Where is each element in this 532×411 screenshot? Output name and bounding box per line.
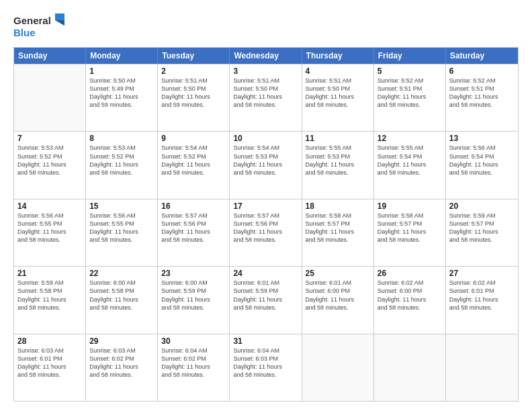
- day-19: 19Sunrise: 5:58 AM Sunset: 5:57 PM Dayli…: [374, 199, 446, 266]
- day-6: 6Sunrise: 5:52 AM Sunset: 5:51 PM Daylig…: [446, 64, 518, 131]
- day-3: 3Sunrise: 5:51 AM Sunset: 5:50 PM Daylig…: [230, 64, 302, 131]
- day-info: Sunrise: 5:52 AM Sunset: 5:51 PM Dayligh…: [449, 77, 515, 109]
- day-number: 3: [233, 66, 298, 76]
- day-number: 8: [89, 134, 154, 143]
- page-header: General Blue: [13, 12, 519, 40]
- day-info: Sunrise: 5:55 AM Sunset: 5:54 PM Dayligh…: [378, 144, 442, 177]
- calendar-row-3: 14Sunrise: 5:56 AM Sunset: 5:55 PM Dayli…: [14, 199, 518, 266]
- day-10: 10Sunrise: 5:54 AM Sunset: 5:53 PM Dayli…: [230, 132, 302, 198]
- header-monday: Monday: [86, 48, 158, 64]
- day-16: 16Sunrise: 5:57 AM Sunset: 5:56 PM Dayli…: [158, 199, 230, 266]
- svg-text:General: General: [13, 15, 51, 26]
- calendar-row-5: 28Sunrise: 6:03 AM Sunset: 6:01 PM Dayli…: [14, 334, 518, 401]
- day-info: Sunrise: 5:51 AM Sunset: 5:50 PM Dayligh…: [306, 77, 370, 109]
- day-number: 1: [89, 66, 154, 76]
- day-12: 12Sunrise: 5:55 AM Sunset: 5:54 PM Dayli…: [374, 132, 446, 198]
- day-15: 15Sunrise: 5:56 AM Sunset: 5:55 PM Dayli…: [86, 199, 158, 266]
- header-saturday: Saturday: [446, 48, 518, 64]
- day-number: 7: [17, 134, 82, 143]
- day-number: 10: [233, 134, 298, 143]
- day-number: 28: [17, 336, 82, 346]
- day-number: 17: [233, 201, 298, 211]
- day-number: 31: [233, 336, 298, 346]
- empty-cell-4-5: [374, 334, 446, 401]
- day-info: Sunrise: 5:59 AM Sunset: 5:57 PM Dayligh…: [449, 212, 515, 244]
- day-info: Sunrise: 5:51 AM Sunset: 5:50 PM Dayligh…: [161, 77, 226, 109]
- day-17: 17Sunrise: 5:57 AM Sunset: 5:56 PM Dayli…: [230, 199, 302, 266]
- day-14: 14Sunrise: 5:56 AM Sunset: 5:55 PM Dayli…: [14, 199, 86, 266]
- header-thursday: Thursday: [302, 48, 374, 64]
- day-number: 27: [449, 269, 515, 278]
- day-7: 7Sunrise: 5:53 AM Sunset: 5:52 PM Daylig…: [14, 132, 86, 198]
- day-info: Sunrise: 6:02 AM Sunset: 6:00 PM Dayligh…: [378, 279, 442, 312]
- empty-cell-4-6: [446, 334, 518, 401]
- day-info: Sunrise: 5:53 AM Sunset: 5:52 PM Dayligh…: [17, 144, 82, 177]
- day-info: Sunrise: 5:57 AM Sunset: 5:56 PM Dayligh…: [233, 212, 298, 244]
- day-22: 22Sunrise: 6:00 AM Sunset: 5:58 PM Dayli…: [86, 267, 158, 333]
- day-info: Sunrise: 5:50 AM Sunset: 5:49 PM Dayligh…: [89, 77, 154, 109]
- day-info: Sunrise: 6:00 AM Sunset: 5:59 PM Dayligh…: [161, 279, 226, 312]
- calendar-row-4: 21Sunrise: 5:59 AM Sunset: 5:58 PM Dayli…: [14, 266, 518, 333]
- header-friday: Friday: [374, 48, 446, 64]
- day-info: Sunrise: 5:56 AM Sunset: 5:55 PM Dayligh…: [17, 212, 82, 244]
- day-info: Sunrise: 5:58 AM Sunset: 5:57 PM Dayligh…: [306, 212, 370, 244]
- svg-text:Blue: Blue: [13, 27, 36, 38]
- day-info: Sunrise: 6:03 AM Sunset: 6:01 PM Dayligh…: [17, 347, 82, 379]
- empty-cell-4-4: [302, 334, 374, 401]
- day-9: 9Sunrise: 5:54 AM Sunset: 5:52 PM Daylig…: [158, 132, 230, 198]
- day-info: Sunrise: 6:04 AM Sunset: 6:03 PM Dayligh…: [233, 347, 298, 379]
- day-31: 31Sunrise: 6:04 AM Sunset: 6:03 PM Dayli…: [230, 334, 302, 401]
- logo-svg: General Blue: [13, 12, 67, 40]
- day-info: Sunrise: 5:54 AM Sunset: 5:53 PM Dayligh…: [233, 144, 298, 177]
- day-2: 2Sunrise: 5:51 AM Sunset: 5:50 PM Daylig…: [158, 64, 230, 131]
- empty-cell-0-0: [14, 64, 86, 131]
- calendar-row-2: 7Sunrise: 5:53 AM Sunset: 5:52 PM Daylig…: [14, 131, 518, 198]
- day-25: 25Sunrise: 6:01 AM Sunset: 6:00 PM Dayli…: [302, 267, 374, 333]
- header-tuesday: Tuesday: [158, 48, 230, 64]
- day-number: 21: [17, 269, 82, 278]
- day-info: Sunrise: 5:59 AM Sunset: 5:58 PM Dayligh…: [17, 279, 82, 312]
- day-number: 14: [17, 201, 82, 211]
- day-28: 28Sunrise: 6:03 AM Sunset: 6:01 PM Dayli…: [14, 334, 86, 401]
- day-13: 13Sunrise: 5:56 AM Sunset: 5:54 PM Dayli…: [446, 132, 518, 198]
- day-1: 1Sunrise: 5:50 AM Sunset: 5:49 PM Daylig…: [86, 64, 158, 131]
- day-number: 22: [89, 269, 154, 278]
- day-30: 30Sunrise: 6:04 AM Sunset: 6:02 PM Dayli…: [158, 334, 230, 401]
- day-number: 20: [449, 201, 515, 211]
- day-number: 30: [161, 336, 226, 346]
- day-info: Sunrise: 5:58 AM Sunset: 5:57 PM Dayligh…: [378, 212, 442, 244]
- day-number: 25: [306, 269, 370, 278]
- header-sunday: Sunday: [14, 48, 86, 64]
- day-number: 23: [161, 269, 226, 278]
- day-info: Sunrise: 5:57 AM Sunset: 5:56 PM Dayligh…: [161, 212, 226, 244]
- day-number: 11: [306, 134, 370, 143]
- day-11: 11Sunrise: 5:55 AM Sunset: 5:53 PM Dayli…: [302, 132, 374, 198]
- day-number: 18: [306, 201, 370, 211]
- day-info: Sunrise: 6:01 AM Sunset: 5:59 PM Dayligh…: [233, 279, 298, 312]
- calendar-row-1: 1Sunrise: 5:50 AM Sunset: 5:49 PM Daylig…: [14, 64, 518, 131]
- day-number: 19: [378, 201, 442, 211]
- day-number: 12: [378, 134, 442, 143]
- day-27: 27Sunrise: 6:02 AM Sunset: 6:01 PM Dayli…: [446, 267, 518, 333]
- day-24: 24Sunrise: 6:01 AM Sunset: 5:59 PM Dayli…: [230, 267, 302, 333]
- day-26: 26Sunrise: 6:02 AM Sunset: 6:00 PM Dayli…: [374, 267, 446, 333]
- day-number: 9: [161, 134, 226, 143]
- day-number: 15: [89, 201, 154, 211]
- day-info: Sunrise: 6:03 AM Sunset: 6:02 PM Dayligh…: [89, 347, 154, 379]
- day-number: 6: [449, 66, 515, 76]
- day-5: 5Sunrise: 5:52 AM Sunset: 5:51 PM Daylig…: [374, 64, 446, 131]
- calendar-header-row: SundayMondayTuesdayWednesdayThursdayFrid…: [14, 48, 518, 64]
- day-20: 20Sunrise: 5:59 AM Sunset: 5:57 PM Dayli…: [446, 199, 518, 266]
- day-29: 29Sunrise: 6:03 AM Sunset: 6:02 PM Dayli…: [86, 334, 158, 401]
- day-info: Sunrise: 5:53 AM Sunset: 5:52 PM Dayligh…: [89, 144, 154, 177]
- day-18: 18Sunrise: 5:58 AM Sunset: 5:57 PM Dayli…: [302, 199, 374, 266]
- day-info: Sunrise: 6:04 AM Sunset: 6:02 PM Dayligh…: [161, 347, 226, 379]
- day-number: 29: [89, 336, 154, 346]
- day-number: 2: [161, 66, 226, 76]
- day-info: Sunrise: 5:54 AM Sunset: 5:52 PM Dayligh…: [161, 144, 226, 177]
- day-4: 4Sunrise: 5:51 AM Sunset: 5:50 PM Daylig…: [302, 64, 374, 131]
- day-info: Sunrise: 5:56 AM Sunset: 5:55 PM Dayligh…: [89, 212, 154, 244]
- day-number: 26: [378, 269, 442, 278]
- header-wednesday: Wednesday: [230, 48, 302, 64]
- day-23: 23Sunrise: 6:00 AM Sunset: 5:59 PM Dayli…: [158, 267, 230, 333]
